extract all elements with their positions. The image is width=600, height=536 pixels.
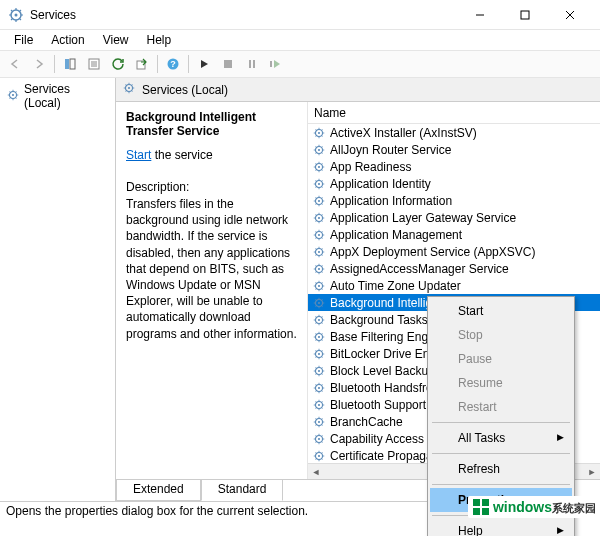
gear-icon: [312, 228, 326, 242]
toolbar-separator: [157, 55, 158, 73]
ctx-pause[interactable]: Pause: [430, 347, 572, 371]
ctx-help-label: Help: [458, 524, 483, 536]
maximize-button[interactable]: [502, 1, 547, 29]
description-label: Description:: [126, 180, 297, 194]
service-row[interactable]: App Readiness: [308, 158, 600, 175]
svg-point-52: [318, 369, 320, 371]
gear-icon: [312, 432, 326, 446]
tree-root[interactable]: Services (Local): [0, 78, 115, 114]
start-service-link[interactable]: Start: [126, 148, 151, 162]
service-row[interactable]: AllJoyn Router Service: [308, 141, 600, 158]
svg-text:?: ?: [170, 59, 176, 69]
svg-point-56: [318, 403, 320, 405]
svg-point-44: [318, 301, 320, 303]
svg-point-62: [318, 454, 320, 456]
properties-toolbar-button[interactable]: [83, 53, 105, 75]
menu-file[interactable]: File: [6, 31, 41, 49]
tab-extended[interactable]: Extended: [116, 480, 201, 501]
menu-view[interactable]: View: [95, 31, 137, 49]
gear-icon: [312, 160, 326, 174]
tab-standard[interactable]: Standard: [201, 480, 284, 501]
service-name: Application Layer Gateway Service: [330, 211, 516, 225]
service-row[interactable]: Application Information: [308, 192, 600, 209]
gear-icon: [312, 211, 326, 225]
ctx-restart[interactable]: Restart: [430, 395, 572, 419]
ctx-stop[interactable]: Stop: [430, 323, 572, 347]
scroll-left-icon[interactable]: ◄: [308, 464, 324, 479]
service-row[interactable]: Application Identity: [308, 175, 600, 192]
svg-point-22: [128, 87, 130, 89]
svg-point-42: [318, 284, 320, 286]
gear-icon: [312, 415, 326, 429]
help-button[interactable]: ?: [162, 53, 184, 75]
service-name: App Readiness: [330, 160, 411, 174]
service-row[interactable]: Application Layer Gateway Service: [308, 209, 600, 226]
service-row[interactable]: AppX Deployment Service (AppXSVC): [308, 243, 600, 260]
service-row[interactable]: Auto Time Zone Updater: [308, 277, 600, 294]
gear-icon: [312, 194, 326, 208]
gear-icon: [122, 81, 136, 98]
service-name: ActiveX Installer (AxInstSV): [330, 126, 477, 140]
menu-action[interactable]: Action: [43, 31, 92, 49]
scroll-right-icon[interactable]: ►: [584, 464, 600, 479]
restart-service-button[interactable]: [265, 53, 287, 75]
pause-service-button[interactable]: [241, 53, 263, 75]
close-button[interactable]: [547, 1, 592, 29]
show-hide-tree-button[interactable]: [59, 53, 81, 75]
forward-button[interactable]: [28, 53, 50, 75]
svg-point-30: [318, 182, 320, 184]
column-header-name[interactable]: Name: [308, 102, 600, 124]
service-row[interactable]: AssignedAccessManager Service: [308, 260, 600, 277]
svg-rect-18: [270, 61, 272, 67]
svg-point-36: [318, 233, 320, 235]
svg-point-28: [318, 165, 320, 167]
service-name: Application Identity: [330, 177, 431, 191]
start-service-button[interactable]: [193, 53, 215, 75]
chevron-right-icon: ▶: [557, 432, 564, 442]
ctx-refresh[interactable]: Refresh: [430, 457, 572, 481]
svg-point-58: [318, 420, 320, 422]
tree-root-label: Services (Local): [24, 82, 109, 110]
service-row[interactable]: ActiveX Installer (AxInstSV): [308, 124, 600, 141]
export-button[interactable]: [131, 53, 153, 75]
ctx-start[interactable]: Start: [430, 299, 572, 323]
service-name: Application Information: [330, 194, 452, 208]
tree-pane[interactable]: Services (Local): [0, 78, 116, 501]
svg-point-26: [318, 148, 320, 150]
svg-point-1: [15, 13, 18, 16]
svg-rect-6: [65, 59, 69, 69]
service-name: AppX Deployment Service (AppXSVC): [330, 245, 535, 259]
ctx-resume[interactable]: Resume: [430, 371, 572, 395]
menubar: File Action View Help: [0, 30, 600, 50]
svg-point-24: [318, 131, 320, 133]
svg-rect-16: [249, 60, 251, 68]
ctx-all-tasks[interactable]: All Tasks▶: [430, 426, 572, 450]
toolbar: ?: [0, 50, 600, 78]
svg-rect-17: [253, 60, 255, 68]
service-name: BranchCache: [330, 415, 403, 429]
svg-rect-3: [521, 11, 529, 19]
svg-point-20: [12, 93, 14, 95]
watermark: windows系统家园: [468, 496, 600, 518]
svg-point-34: [318, 216, 320, 218]
svg-point-38: [318, 250, 320, 252]
description-pane: Background Intelligent Transfer Service …: [116, 102, 308, 479]
gear-icon: [312, 245, 326, 259]
gear-icon: [312, 449, 326, 463]
menu-help[interactable]: Help: [139, 31, 180, 49]
gear-icon: [312, 381, 326, 395]
gear-icon: [312, 313, 326, 327]
service-row[interactable]: Application Management: [308, 226, 600, 243]
ctx-help[interactable]: Help▶: [430, 519, 572, 536]
svg-point-48: [318, 335, 320, 337]
stop-service-button[interactable]: [217, 53, 239, 75]
gear-icon: [312, 262, 326, 276]
minimize-button[interactable]: [457, 1, 502, 29]
svg-rect-7: [70, 59, 75, 69]
svg-point-32: [318, 199, 320, 201]
back-button[interactable]: [4, 53, 26, 75]
window-controls: [457, 1, 592, 29]
svg-rect-70: [482, 508, 489, 515]
selected-service-name: Background Intelligent Transfer Service: [126, 110, 297, 138]
refresh-button[interactable]: [107, 53, 129, 75]
